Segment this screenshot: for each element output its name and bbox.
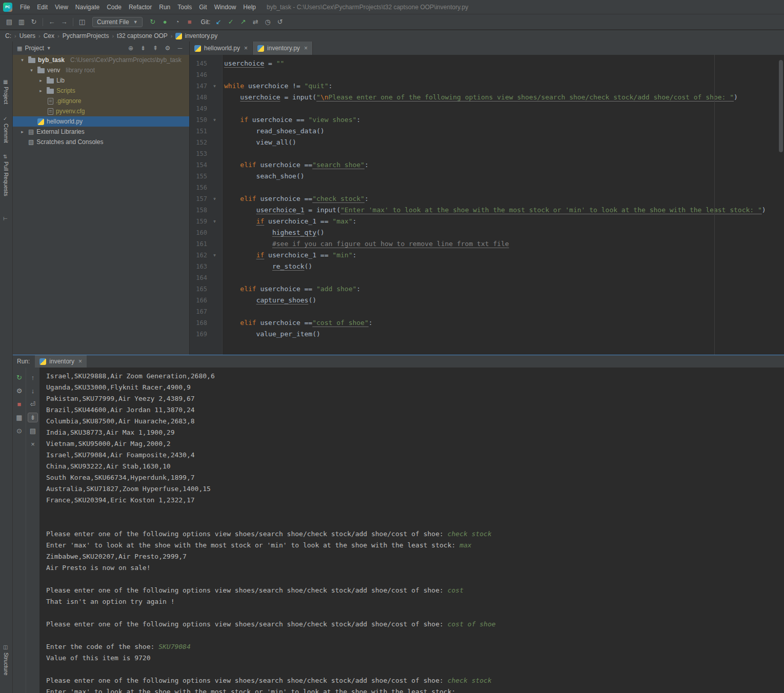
gutter-line[interactable]: 165 [190,283,222,295]
breadcrumb-item-users[interactable]: Users [19,32,35,39]
forward-icon[interactable]: → [58,16,70,28]
save-icon[interactable]: ▥ [15,16,28,28]
pull-requests-tool-icon[interactable]: ⇅ [3,154,7,159]
down-stack-icon[interactable]: ↓ [28,386,38,396]
tree-item-scratches-and-consoles[interactable]: ▧Scratches and Consoles [13,137,189,147]
fold-icon[interactable]: ▿ [207,216,222,227]
print-icon[interactable]: ▤ [28,426,38,436]
gutter-line[interactable]: 148 [190,92,222,103]
gutter-line[interactable]: 156 [190,182,222,193]
pin-icon[interactable]: ⊙ [14,426,25,436]
chevron-right-icon[interactable]: ▸ [37,78,44,83]
editor-tab-inventory-py[interactable]: inventory.py× [253,42,313,55]
menu-item-edit[interactable]: Edit [33,2,51,13]
git-rollback-icon[interactable]: ↺ [274,16,286,28]
structure-tool-icon[interactable]: ⊢ [3,216,8,221]
tree-item-venv[interactable]: ▾venvlibrary root [13,65,189,75]
menu-item-run[interactable]: Run [155,2,174,13]
gutter-line[interactable]: 154 [190,159,222,171]
locate-file-icon[interactable]: ⊕ [125,45,137,52]
gutter-line[interactable]: 146 [190,69,222,80]
collapse-all-icon[interactable]: ⇞ [149,45,162,52]
gutter-line[interactable]: 153 [190,148,222,159]
gutter-line[interactable]: 152 [190,137,222,148]
gutter-line[interactable]: 168 [190,317,222,329]
stop-icon[interactable]: ■ [14,399,25,409]
gutter-line[interactable]: 157▿ [190,193,222,205]
gutter-line[interactable]: 162▿ [190,250,222,261]
back-icon[interactable]: ← [46,16,58,28]
gutter-line[interactable]: 169 [190,329,222,340]
chevron-right-icon[interactable]: ▸ [37,88,44,93]
fold-icon[interactable]: ▿ [207,80,222,92]
tool-button-structure[interactable]: Structure [3,653,9,676]
settings-icon[interactable]: ⚙ [162,45,174,52]
project-tool-icon[interactable]: ▦ [3,79,8,85]
tool-button-project[interactable]: Project [3,87,9,104]
menu-item-file[interactable]: File [16,2,33,13]
tree-item-gitignore[interactable]: .gitignore [13,96,189,106]
fold-icon[interactable]: ▿ [207,193,222,205]
gutter-line[interactable]: 161 [190,238,222,250]
close-icon[interactable]: × [304,45,308,52]
breadcrumb-item-pycharmprojects[interactable]: PycharmProjects [63,32,109,39]
git-history-icon[interactable]: ◷ [262,16,274,28]
git-push-icon[interactable]: ↗ [237,16,249,28]
console[interactable]: Israel,SKU29888,Air Zoom Generation,2680… [40,368,784,693]
open-icon[interactable]: ▤ [3,16,15,28]
scroll-end-icon[interactable]: ⇟ [28,413,38,422]
chevron-right-icon[interactable]: ▸ [19,129,26,134]
breadcrumb-item-t32-captsone-oop[interactable]: t32 captsone OOP [117,32,168,39]
menu-item-navigate[interactable]: Navigate [72,2,103,13]
editor-scrollbar[interactable] [779,60,783,152]
project-panel-title[interactable]: Project [25,45,44,52]
sync-icon[interactable]: ↻ [28,16,40,28]
gutter-line[interactable]: 145 [190,58,222,69]
soft-wrap-icon[interactable]: ⏎ [28,399,38,409]
hide-panel-icon[interactable]: ─ [174,45,186,52]
gutter-line[interactable]: 163 [190,261,222,272]
gutter-line[interactable]: 160 [190,227,222,238]
run-tab-inventory[interactable]: inventory × [35,355,87,368]
menu-item-code[interactable]: Code [103,2,125,13]
close-icon[interactable]: × [244,45,248,52]
menu-item-help[interactable]: Help [239,2,259,13]
git-diff-icon[interactable]: ⇄ [249,16,262,28]
run-config-dropdown[interactable]: Current File ▼ [92,17,143,27]
git-commit-icon[interactable]: ✓ [225,16,237,28]
build-settings-icon[interactable]: ⚙ [14,386,25,396]
tree-item-external-libraries[interactable]: ▸▤External Libraries [13,127,189,137]
expand-all-icon[interactable]: ⇟ [137,45,149,52]
code-area[interactable]: userchoice = ""while userchoice != "quit… [223,55,784,355]
breadcrumb-item-inventory-py[interactable]: inventory.py [175,32,217,39]
gutter-line[interactable]: 159▿ [190,216,222,227]
breadcrumb-item-cex[interactable]: Cex [44,32,54,39]
coverage-icon[interactable]: ◔ [171,16,184,28]
gutter-line[interactable]: 147▿ [190,80,222,92]
debug-icon[interactable]: ● [159,16,171,28]
tool-button-commit[interactable]: Commit [3,124,9,143]
editor-tab-helloworld-py[interactable]: helloworld.py× [190,42,253,55]
gutter-line[interactable]: 149 [190,103,222,114]
gutter-line[interactable]: 167 [190,306,222,317]
stop-icon[interactable]: ■ [184,16,196,28]
fold-icon[interactable]: ▿ [207,114,222,126]
chevron-down-icon[interactable]: ▾ [28,68,35,73]
menu-item-refactor[interactable]: Refactor [125,2,155,13]
rerun-icon[interactable]: ↻ [14,373,25,382]
structure-tool-icon[interactable]: ◫ [3,644,8,650]
tree-item-pyvenv-cfg[interactable]: pyvenv.cfg [13,106,189,116]
commit-tool-icon[interactable]: ✓ [3,116,7,121]
tree-item-byb-task[interactable]: ▾byb_taskC:\Users\Cex\PycharmProjects\by… [13,55,189,65]
tree-item-lib[interactable]: ▸Lib [13,75,189,86]
menu-item-view[interactable]: View [51,2,72,13]
run-widget-icon[interactable]: ◫ [76,16,88,28]
menu-item-window[interactable]: Window [211,2,240,13]
gutter-line[interactable]: 150▿ [190,114,222,126]
menu-item-git[interactable]: Git [195,2,210,13]
gutter-line[interactable]: 166 [190,295,222,306]
close-icon[interactable]: × [78,358,82,365]
gutter-line[interactable]: 164 [190,272,222,283]
gutter-line[interactable]: 151 [190,126,222,137]
gutter[interactable]: 145146147▿148149150▿15115215315415515615… [190,55,223,355]
